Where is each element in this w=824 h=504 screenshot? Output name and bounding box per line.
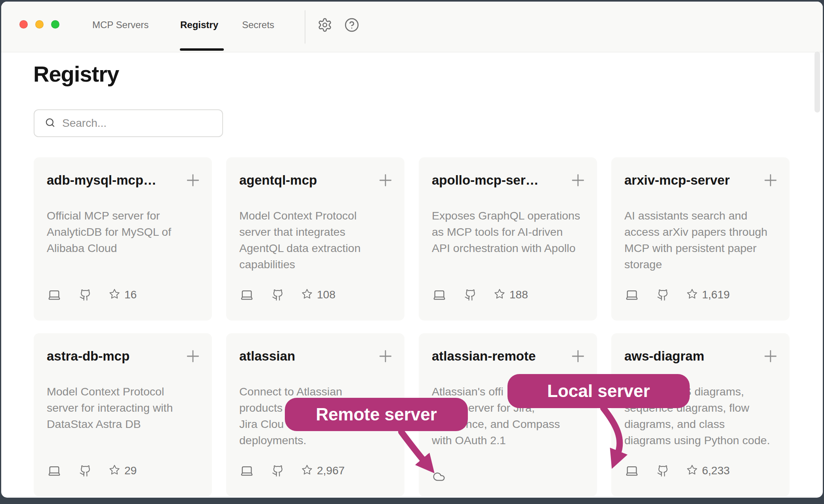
star-count: 16 xyxy=(124,288,137,301)
plus-icon xyxy=(186,183,200,189)
laptop-icon xyxy=(47,288,62,302)
add-server-button[interactable] xyxy=(378,349,393,365)
server-card-astra-db-mcp[interactable]: astra-db-mcp Model Context Protocolserve… xyxy=(34,333,212,496)
star-count-group: 2,967 xyxy=(301,464,345,477)
card-footer: 2,967 xyxy=(239,464,345,477)
description-line: server for interacting with xyxy=(47,400,199,416)
scrollbar-thumb[interactable] xyxy=(814,52,820,113)
github-icon xyxy=(657,289,669,301)
description-line: MCP with persistent paper xyxy=(624,240,776,256)
gear-icon xyxy=(317,28,332,34)
server-card-apollo-mcp-ser[interactable]: apollo-mcp-ser… Exposes GraphQL operatio… xyxy=(419,157,597,321)
add-server-button[interactable] xyxy=(571,349,585,365)
card-footer: 1,619 xyxy=(624,288,730,302)
annotation-label: Local server xyxy=(547,381,650,401)
add-server-button[interactable] xyxy=(378,173,393,189)
search-icon xyxy=(34,117,55,130)
search-box[interactable] xyxy=(34,109,223,137)
description-line: with OAuth 2.1 xyxy=(432,432,584,449)
card-footer: 188 xyxy=(432,288,528,302)
server-card-grid: adb-mysql-mcp… Official MCP server forAn… xyxy=(34,157,790,496)
star-count-group: 188 xyxy=(494,288,528,301)
server-description: Model Context Protocolserver for interac… xyxy=(34,384,212,432)
star-icon xyxy=(687,464,698,477)
server-description: Model Context Protocolserver that integr… xyxy=(226,208,404,273)
star-count-group: 6,233 xyxy=(687,464,730,477)
laptop-icon xyxy=(47,464,62,477)
add-server-button[interactable] xyxy=(186,173,200,189)
server-name: adb-mysql-mcp… xyxy=(47,172,156,188)
laptop-icon xyxy=(239,464,254,477)
tab-secrets[interactable]: Secrets xyxy=(242,17,274,32)
server-card-adb-mysql-mcp[interactable]: adb-mysql-mcp… Official MCP server forAn… xyxy=(34,157,212,321)
github-icon xyxy=(272,289,284,301)
card-footer: 29 xyxy=(47,464,137,477)
description-line: Connect to Atlassian xyxy=(239,384,391,400)
star-count-group: 29 xyxy=(109,464,137,477)
github-icon xyxy=(79,289,92,301)
description-line: Official MCP server for xyxy=(47,208,199,224)
tab-registry[interactable]: Registry xyxy=(180,17,218,32)
search-input[interactable] xyxy=(62,117,213,130)
description-line: DataStax Astra DB xyxy=(47,416,199,432)
annotation-remote-server: Remote server xyxy=(285,398,468,431)
server-name: apollo-mcp-ser… xyxy=(432,172,539,188)
plus-icon xyxy=(763,359,778,365)
star-count: 29 xyxy=(124,464,137,477)
server-description: AI assistants search andaccess arXiv pap… xyxy=(611,208,790,273)
server-name: arxiv-mcp-server xyxy=(624,172,730,188)
server-name: atlassian-remote xyxy=(432,348,536,364)
description-line: diagrams, and class xyxy=(624,416,776,432)
add-server-button[interactable] xyxy=(571,173,585,189)
add-server-button[interactable] xyxy=(763,349,778,365)
plus-icon xyxy=(571,359,585,365)
description-line: capabilities xyxy=(239,256,391,273)
star-count: 108 xyxy=(317,288,336,301)
star-icon xyxy=(687,288,698,301)
cloud-icon xyxy=(432,470,446,483)
annotation-local-server: Local server xyxy=(507,374,690,408)
star-count: 6,233 xyxy=(702,464,730,477)
help-button[interactable] xyxy=(344,17,360,33)
laptop-icon xyxy=(432,288,447,302)
star-count-group: 16 xyxy=(109,288,137,301)
plus-icon xyxy=(378,359,393,365)
star-icon xyxy=(301,288,313,301)
annotation-label: Remote server xyxy=(316,405,437,424)
plus-icon xyxy=(571,183,585,189)
star-count-group: 1,619 xyxy=(687,288,730,301)
server-card-agentql-mcp[interactable]: agentql-mcp Model Context Protocolserver… xyxy=(226,157,404,321)
plus-icon xyxy=(186,359,200,365)
description-line: diagrams using Python code. xyxy=(624,432,776,449)
server-name: astra-db-mcp xyxy=(47,348,130,364)
description-line: AnalyticDB for MySQL of xyxy=(47,224,199,240)
settings-button[interactable] xyxy=(317,17,333,33)
github-icon xyxy=(272,465,284,477)
description-line: AgentQL data extraction xyxy=(239,240,391,256)
card-footer: 108 xyxy=(239,288,336,302)
server-card-aws-diagram[interactable]: aws-diagram S diagrams,sequence diagrams… xyxy=(611,333,790,496)
description-line: Model Context Protocol xyxy=(239,208,391,224)
star-icon xyxy=(494,288,505,301)
description-line: storage xyxy=(624,256,776,273)
server-description: Exposes GraphQL operationsas MCP tools f… xyxy=(419,208,597,256)
plus-icon xyxy=(378,183,393,189)
card-footer: 16 xyxy=(47,288,137,302)
minimize-window-button[interactable] xyxy=(35,20,44,29)
github-icon xyxy=(464,289,477,301)
star-icon xyxy=(109,464,120,477)
star-icon xyxy=(109,288,120,301)
server-name: atlassian xyxy=(239,348,295,364)
titlebar: MCP Servers Registry Secrets xyxy=(1,2,823,52)
star-count: 2,967 xyxy=(317,464,345,477)
app-window: MCP Servers Registry Secrets Re xyxy=(1,2,823,498)
tab-mcp-servers[interactable]: MCP Servers xyxy=(92,17,149,32)
add-server-button[interactable] xyxy=(186,349,200,365)
star-count: 188 xyxy=(509,288,528,301)
github-icon xyxy=(79,465,92,477)
server-card-arxiv-mcp-server[interactable]: arxiv-mcp-server AI assistants search an… xyxy=(611,157,790,321)
zoom-window-button[interactable] xyxy=(51,20,59,29)
add-server-button[interactable] xyxy=(763,173,778,189)
close-window-button[interactable] xyxy=(19,20,28,29)
header-divider xyxy=(305,10,305,44)
